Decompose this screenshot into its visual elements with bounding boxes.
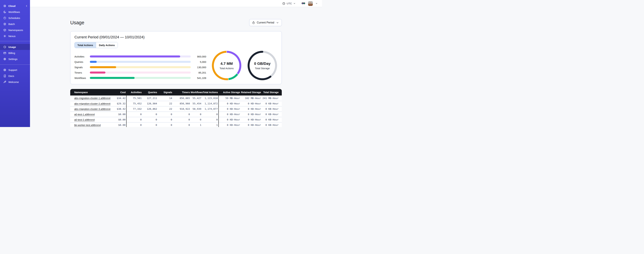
labs-glasses-icon[interactable]	[301, 1, 306, 6]
sidebar-item-label: Usage	[8, 46, 16, 48]
value-cell: $0.00	[109, 122, 126, 127]
value-cell: 0	[173, 122, 190, 127]
sidebar-item-support[interactable]: Support	[0, 67, 30, 73]
table-row: abs-migration-cluster-1.a98mm4$34.4275,5…	[70, 96, 282, 101]
value-cell: $34.42	[109, 96, 126, 101]
chevron-down-icon	[293, 2, 296, 5]
sidebar-item-cloud[interactable]: Cloud	[0, 3, 30, 9]
namespace-link[interactable]: a0-test-2.a98mm4	[74, 118, 95, 121]
value-cell: 0	[126, 122, 142, 127]
sidebar-item-batch[interactable]: Batch	[0, 21, 30, 27]
column-header-activities: Activities	[126, 89, 142, 96]
bar-fill	[90, 66, 116, 68]
value-cell: 75,452	[126, 101, 142, 106]
value-cell: 0 KB-Hour	[218, 122, 241, 127]
value-cell: 0	[126, 112, 142, 117]
tab-total-actions[interactable]: Total Actions	[74, 42, 96, 48]
column-header-retained-storage: Retained Storage	[241, 89, 262, 96]
sidebar-item-welcome[interactable]: Welcome	[0, 79, 30, 85]
value-cell: 126,984	[142, 101, 158, 106]
value-cell: 1,114,872	[202, 101, 218, 106]
bar-fill	[90, 77, 134, 79]
table-row: bk-worker-test.a98mm4$0.000000110 KB-Hou…	[70, 122, 282, 127]
sidebar-item-settings[interactable]: Settings	[0, 56, 30, 62]
total-storage-donut: 0 GB/DayTotal Storage	[247, 50, 278, 80]
value-cell: 0 KB-Hour	[262, 122, 282, 127]
sidebar-item-schedules[interactable]: Schedules	[0, 15, 30, 21]
value-cell: 910,922	[173, 106, 190, 112]
bar-value: 130,000	[192, 66, 206, 69]
value-cell: 182 MB-Hour	[241, 96, 262, 101]
column-header-cost: Cost	[109, 89, 126, 96]
column-header-total-storage: Total Storage	[262, 89, 282, 96]
bar-fill	[90, 72, 106, 74]
namespace-cell: a0-test-1.a98mm4	[70, 112, 109, 117]
tab-daily-actions[interactable]: Daily Actions	[96, 42, 118, 48]
sidebar-item-namespaces[interactable]: Namespaces	[0, 27, 30, 33]
support-icon	[3, 68, 6, 72]
temporal-logo-icon	[3, 4, 6, 8]
namespace-link[interactable]: abs-migration-cluster-3.a98mm4	[74, 108, 110, 110]
usage-bar-row: Queries 5,000	[74, 59, 206, 64]
donut-label: Total Storage	[255, 67, 270, 70]
namespace-link[interactable]: abs-migration-cluster-2.a98mm4	[74, 102, 110, 105]
value-cell: 127,211	[142, 96, 158, 101]
value-cell: 1,174,077	[202, 106, 218, 112]
value-cell: 0 KB-Hour	[262, 117, 282, 122]
value-cell: 0 KB-Hour	[241, 117, 262, 122]
timezone-selector[interactable]: UTC	[282, 2, 296, 5]
account-menu-chevron-icon[interactable]	[315, 2, 318, 5]
value-cell: 0	[126, 117, 142, 122]
sidebar-item-usage[interactable]: Usage	[0, 44, 30, 50]
period-button-label: Current Period	[257, 21, 274, 24]
column-header-active-storage: Active Storage	[218, 89, 241, 96]
bar-track	[90, 72, 191, 74]
value-cell: 126,862	[142, 106, 158, 112]
bar-track	[90, 77, 191, 79]
namespace-link[interactable]: a0-test-1.a98mm4	[74, 113, 95, 116]
value-cell: 0	[202, 112, 218, 117]
table-header-row: NamespaceCostActivitiesQueriesSignalsTim…	[70, 89, 282, 96]
value-cell: 0 KB-Hour	[218, 112, 241, 117]
sidebar-item-label: Settings	[8, 58, 18, 60]
bar-label: Queries	[74, 60, 88, 63]
bar-value: 541,109	[192, 76, 206, 80]
sidebar-nav-sections: WorkflowsSchedulesBatchNamespacesNexusUs…	[0, 9, 30, 85]
value-cell: 856,960	[173, 101, 190, 106]
namespace-cell: a0-test-2.a98mm4	[70, 117, 109, 122]
sidebar-item-label: Schedules	[8, 16, 20, 20]
value-cell: 0	[142, 117, 158, 122]
sidebar-item-label: Workflows	[8, 10, 20, 14]
sidebar-item-label: Docs	[8, 74, 14, 78]
namespace-link[interactable]: bk-worker-test.a98mm4	[74, 124, 101, 126]
sidebar-item-label: Namespaces	[8, 29, 23, 32]
sidebar: Cloud WorkflowsSchedulesBatchNamespacesN…	[0, 0, 30, 127]
sidebar-item-label: Billing	[8, 52, 15, 54]
sidebar-item-workflows[interactable]: Workflows	[0, 9, 30, 15]
topbar: UTC	[30, 0, 322, 7]
value-cell: 0	[158, 117, 173, 122]
sidebar-item-label: Welcome	[8, 80, 19, 84]
avatar[interactable]	[308, 1, 313, 6]
batch-icon	[3, 22, 6, 26]
bar-value: 5,000	[192, 60, 206, 63]
usage-icon	[3, 46, 6, 48]
sidebar-item-nexus[interactable]: Nexus	[0, 33, 30, 39]
value-cell: 0	[142, 112, 158, 117]
sidebar-item-billing[interactable]: Billing	[0, 50, 30, 56]
value-cell: 0	[158, 112, 173, 117]
value-cell: 1	[190, 122, 202, 127]
value-cell: 0	[190, 117, 202, 122]
namespaces-icon	[3, 28, 6, 32]
period-select-button[interactable]: Current Period	[249, 19, 282, 26]
value-cell: 22	[158, 106, 173, 112]
collapse-sidebar-icon[interactable]	[25, 4, 28, 7]
namespace-link[interactable]: abs-migration-cluster-1.a98mm4	[74, 97, 110, 100]
value-cell: 0	[190, 112, 202, 117]
usage-bar-row: Signals 130,000	[74, 64, 206, 70]
donut-label: Total Actions	[220, 67, 234, 70]
schedules-icon	[3, 16, 6, 20]
column-header-workflows: Workflows	[190, 89, 202, 96]
sidebar-item-docs[interactable]: Docs	[0, 73, 30, 79]
column-header-total-actions: Total Actions	[202, 89, 218, 96]
